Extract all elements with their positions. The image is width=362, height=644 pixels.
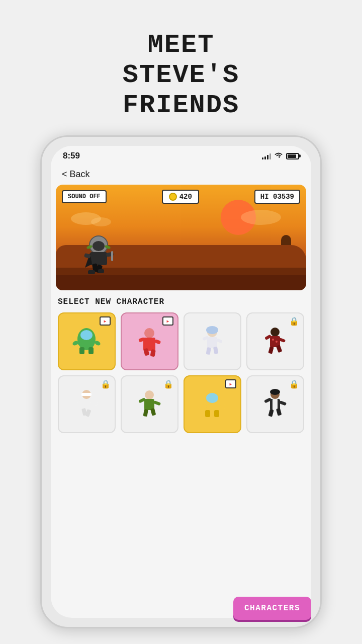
svg-point-39 xyxy=(272,339,274,341)
svg-rect-28 xyxy=(207,337,217,348)
char-card-1[interactable] xyxy=(58,312,116,370)
svg-point-27 xyxy=(206,326,218,334)
character-grid: 🔒 xyxy=(58,312,304,433)
svg-rect-15 xyxy=(88,347,94,354)
char-card-7[interactable] xyxy=(184,375,241,433)
svg-rect-11 xyxy=(98,269,104,273)
svg-rect-64 xyxy=(273,399,278,410)
char-card-2[interactable] xyxy=(121,312,178,370)
lock-icon-5: 🔒 xyxy=(101,379,111,389)
status-bar: 8:59 xyxy=(51,146,311,164)
svg-rect-66 xyxy=(276,408,282,416)
cloud3 xyxy=(241,210,281,225)
char-card-3[interactable] xyxy=(184,312,241,370)
svg-point-33 xyxy=(270,328,280,337)
banner-character xyxy=(81,235,116,275)
char-card-5[interactable]: 🔒 xyxy=(58,375,116,433)
cloud2 xyxy=(91,217,111,226)
svg-point-40 xyxy=(276,341,278,343)
coin-count: 420 xyxy=(179,193,192,201)
back-button[interactable]: < Back xyxy=(51,164,311,185)
svg-rect-30 xyxy=(213,347,218,354)
svg-rect-4 xyxy=(90,252,107,265)
coin-icon xyxy=(169,193,177,201)
lock-icon-8: 🔒 xyxy=(289,379,299,389)
svg-rect-7 xyxy=(111,251,113,261)
char-card-4[interactable]: 🔒 xyxy=(246,312,304,370)
svg-rect-29 xyxy=(206,347,211,355)
svg-rect-35 xyxy=(268,346,274,354)
tv-badge-2 xyxy=(162,316,173,326)
battery-icon xyxy=(286,153,299,159)
hi-score: HI 03539 xyxy=(254,190,300,204)
coins-display: 420 xyxy=(162,190,199,204)
svg-rect-56 xyxy=(205,410,210,417)
svg-point-48 xyxy=(145,390,154,399)
svg-rect-51 xyxy=(150,408,156,416)
sound-button[interactable]: SOUND OFF xyxy=(62,190,107,203)
svg-rect-36 xyxy=(276,345,282,353)
char-sprite-3 xyxy=(185,313,240,369)
phone-screen: 8:59 xyxy=(51,146,311,618)
game-banner: SOUND OFF 420 HI 03539 xyxy=(56,185,306,290)
char-card-8[interactable]: 🔒 xyxy=(246,375,304,433)
svg-point-62 xyxy=(270,389,280,395)
tv-badge-7 xyxy=(225,379,236,388)
title-line3: FRIENDS xyxy=(123,91,239,121)
svg-rect-42 xyxy=(81,393,92,396)
svg-point-21 xyxy=(144,328,154,338)
svg-rect-14 xyxy=(79,347,84,354)
svg-point-1 xyxy=(93,241,105,251)
section-title: SELECT NEW CHARACTER xyxy=(58,297,304,306)
svg-rect-53 xyxy=(153,400,161,406)
signal-icon xyxy=(262,152,271,159)
svg-rect-50 xyxy=(143,409,148,417)
characters-button[interactable]: CHARACTERS xyxy=(233,597,311,618)
ground-front xyxy=(56,275,306,290)
title-line2: STEVE'S xyxy=(123,60,239,91)
svg-rect-68 xyxy=(279,400,287,406)
status-icons xyxy=(262,151,299,160)
title-area: MEET STEVE'S FRIENDS xyxy=(123,30,239,120)
lock-icon-4: 🔒 xyxy=(289,316,299,327)
banner-hud: SOUND OFF 420 HI 03539 xyxy=(56,190,306,204)
status-time: 8:59 xyxy=(63,151,80,161)
svg-rect-43 xyxy=(81,399,92,410)
phone-frame: 8:59 xyxy=(40,135,322,628)
character-sprite xyxy=(81,235,116,275)
svg-rect-10 xyxy=(88,270,95,274)
character-select-area: SELECT NEW CHARACTER xyxy=(51,290,311,618)
wifi-icon xyxy=(274,151,283,160)
tv-badge-1 xyxy=(100,316,111,326)
svg-point-13 xyxy=(80,330,93,340)
svg-rect-65 xyxy=(268,409,274,417)
svg-point-55 xyxy=(206,393,218,403)
svg-rect-57 xyxy=(214,410,219,417)
title-line1: MEET xyxy=(123,30,239,60)
char-card-6[interactable]: 🔒 xyxy=(121,375,178,433)
lock-icon-6: 🔒 xyxy=(163,379,173,389)
